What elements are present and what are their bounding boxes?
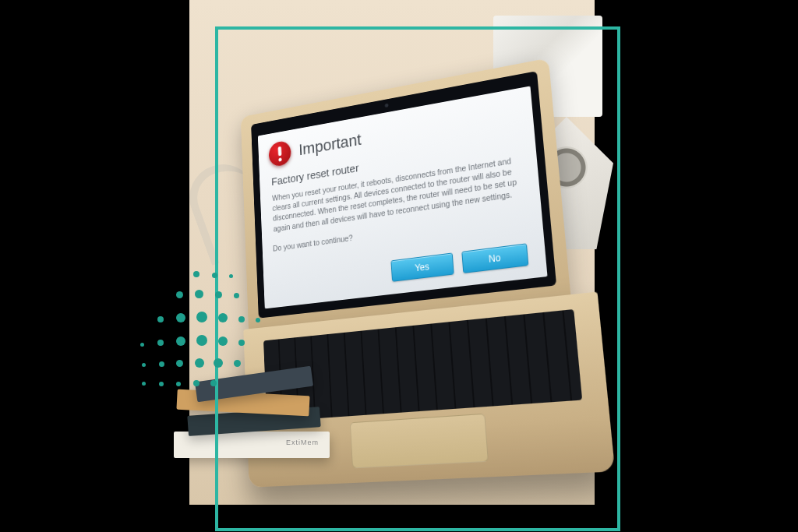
trackpad	[350, 414, 489, 469]
webcam-dot	[385, 104, 389, 107]
laptop-lid: Important Factory reset router When you …	[241, 58, 571, 333]
desk-photo: Important Factory reset router When you …	[189, 0, 595, 505]
yes-button[interactable]: Yes	[390, 252, 454, 281]
dialog-title: Important	[298, 130, 362, 160]
screen-bezel: Important Factory reset router When you …	[251, 71, 556, 318]
book-stack-prop	[174, 341, 330, 458]
dialog-button-row: Yes No	[274, 243, 534, 299]
alert-icon	[268, 140, 291, 167]
dialog-important: Important Factory reset router When you …	[258, 86, 548, 308]
no-button[interactable]: No	[461, 243, 528, 273]
